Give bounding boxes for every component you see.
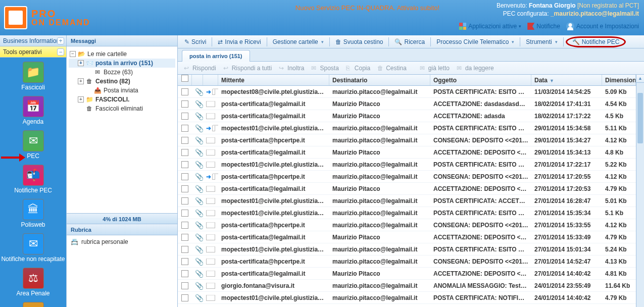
- tree-expand-icon[interactable]: +: [78, 96, 84, 103]
- tool-fascicoli[interactable]: 📁Fascicoli: [0, 62, 66, 91]
- gestione-cartelle-button[interactable]: Gestione cartelle: [269, 37, 327, 47]
- row-checkbox[interactable]: [181, 270, 188, 277]
- col-data[interactable]: Data▼: [531, 75, 602, 85]
- message-row[interactable]: 📎➜mopectest01@civile.ptel.giustiziacert.…: [178, 122, 636, 134]
- folder-cestino[interactable]: + 🗑 Cestino (82): [69, 77, 175, 86]
- attachment-icon[interactable]: 📎: [195, 221, 203, 229]
- strumenti-button[interactable]: Strumenti: [522, 37, 561, 47]
- row-checkbox[interactable]: [181, 234, 188, 241]
- attachment-icon[interactable]: 📎: [195, 270, 203, 278]
- rispondi-button[interactable]: ↩Rispondi: [181, 64, 219, 73]
- tree-expand-icon[interactable]: +: [78, 60, 84, 66]
- message-row[interactable]: 📎posta-certificata@legalmail.itMaurizio …: [178, 110, 636, 122]
- invia-ricevi-button[interactable]: ⇄Invia e Ricevi: [214, 37, 264, 47]
- menu-account[interactable]: Account e Impostazioni: [566, 22, 639, 30]
- row-checkbox[interactable]: [181, 88, 188, 95]
- attachment-icon[interactable]: 📎: [195, 88, 203, 96]
- accordion-business-info[interactable]: Business Information +: [0, 35, 66, 46]
- message-row[interactable]: 📎posta-certificata@hpcertpe.itmaurizio.p…: [178, 255, 636, 268]
- scroll-up-icon[interactable]: ▲: [636, 75, 644, 83]
- sposta-button[interactable]: ✉Sposta: [308, 64, 341, 73]
- message-row[interactable]: 📎mopectest01@civile.ptel.giustiziacert.i…: [178, 243, 636, 255]
- col-dimensioni[interactable]: Dimensioni: [602, 75, 636, 85]
- expand-icon[interactable]: +: [57, 37, 64, 44]
- tool-spese-giustizia[interactable]: 💶Spese Giustizia: [0, 302, 66, 307]
- row-checkbox[interactable]: [181, 210, 188, 217]
- attachment-icon[interactable]: 📎: [195, 294, 203, 302]
- attachment-icon[interactable]: 📎: [195, 233, 203, 241]
- row-checkbox[interactable]: [181, 258, 188, 265]
- row-checkbox[interactable]: [181, 161, 188, 168]
- attachment-icon[interactable]: 📎: [195, 173, 203, 181]
- tool-pec[interactable]: ✉PEC: [0, 130, 66, 160]
- row-checkbox[interactable]: [181, 173, 188, 180]
- col-mittente[interactable]: Mittente: [218, 75, 329, 85]
- tool-polisweb[interactable]: 🏛Polisweb: [0, 199, 66, 228]
- rubrica-personale[interactable]: 📇 rubrica personale: [71, 238, 173, 245]
- gia-letto-button[interactable]: ✉già letto: [417, 64, 453, 73]
- rispondi-tutti-button[interactable]: ↩Rispondi a tutti: [220, 64, 275, 73]
- tool-notifiche-pec[interactable]: 📬Notifiche PEC: [0, 165, 66, 194]
- col-checkbox[interactable]: [178, 75, 192, 85]
- attachment-icon[interactable]: 📎: [195, 112, 203, 120]
- row-checkbox[interactable]: [181, 185, 188, 192]
- not-registered-link[interactable]: [Non registrato al PCT]: [577, 2, 639, 9]
- attachment-icon[interactable]: 📎: [195, 136, 203, 144]
- attachment-icon[interactable]: 📎: [195, 185, 203, 193]
- attachment-icon[interactable]: 📎: [195, 209, 203, 217]
- ricerca-button[interactable]: 🔍Ricerca: [391, 37, 428, 47]
- col-status[interactable]: [203, 75, 218, 85]
- message-row[interactable]: 📎posta-certificata@legalmail.itMaurizio …: [178, 146, 636, 159]
- message-row[interactable]: 📎mopectest01@civile.ptel.giustiziacert.i…: [178, 207, 636, 219]
- accordion-tools[interactable]: Tools operativi −: [0, 46, 66, 58]
- folder-root[interactable]: − 📂 Le mie cartelle: [69, 49, 175, 59]
- tree-expand-icon[interactable]: +: [78, 78, 84, 84]
- row-checkbox[interactable]: [181, 100, 188, 108]
- message-row[interactable]: 📎posta-certificata@hpcertpe.itmaurizio.p…: [178, 134, 636, 146]
- message-list[interactable]: 📎➜mopectest08@civile.ptel.giustiziacert.…: [178, 86, 636, 307]
- attachment-icon[interactable]: 📎: [195, 148, 203, 157]
- message-row[interactable]: 📎➜mopectest08@civile.ptel.giustiziacert.…: [178, 86, 636, 98]
- message-row[interactable]: 📎posta-certificata@legalmail.itMaurizio …: [178, 231, 636, 243]
- message-row[interactable]: 📎posta-certificata@legalmail.itMaurizio …: [178, 268, 636, 280]
- pec-email-link[interactable]: _maurizio.pitacco@legalmail.it: [551, 10, 639, 17]
- message-row[interactable]: 📎posta-certificata@legalmail.itMaurizio …: [178, 98, 636, 110]
- menu-apps[interactable]: Applicazioni attive▾: [459, 23, 521, 30]
- row-checkbox[interactable]: [181, 294, 188, 301]
- copia-button[interactable]: ⎘Copia: [343, 64, 373, 73]
- folder-inbox[interactable]: + 📨 posta in arrivo (151): [69, 59, 175, 68]
- menu-notifiche[interactable]: Notifiche: [527, 23, 560, 30]
- attachment-icon[interactable]: 📎: [195, 282, 203, 290]
- tree-collapse-icon[interactable]: −: [70, 51, 76, 57]
- row-checkbox[interactable]: [181, 197, 188, 204]
- cestina-button[interactable]: 🗑Cestina: [374, 64, 410, 73]
- message-row[interactable]: 📎posta-certificata@hpcertpe.itmaurizio.p…: [178, 219, 636, 231]
- folder-fascicoli[interactable]: + 📁 FASCICOLI.: [69, 95, 175, 104]
- inoltra-button[interactable]: ↪Inoltra: [276, 64, 307, 73]
- row-checkbox[interactable]: [181, 282, 188, 289]
- message-row[interactable]: 📎➜posta-certificata@hpcertpe.itmaurizio.…: [178, 171, 636, 183]
- attachment-icon[interactable]: 📎: [195, 161, 203, 169]
- attachment-icon[interactable]: 📎: [195, 258, 203, 266]
- attachment-icon[interactable]: 📎: [195, 245, 203, 253]
- svuota-cestino-button[interactable]: 🗑Svuota cestino: [332, 37, 387, 47]
- row-checkbox[interactable]: [181, 246, 188, 253]
- attachment-icon[interactable]: 📎: [195, 100, 203, 108]
- da-leggere-button[interactable]: ✉da leggere: [454, 64, 497, 73]
- tool-agenda[interactable]: 📅Agenda: [0, 96, 66, 125]
- tab-inbox[interactable]: posta in arrivo (151): [182, 50, 250, 62]
- folder-fascicoli-eliminati[interactable]: 🗑 Fascicoli eliminati: [69, 104, 175, 113]
- scrivi-button[interactable]: ✎Scrivi: [181, 37, 210, 47]
- tool-area-penale[interactable]: ⚖Area Penale: [0, 268, 66, 297]
- row-checkbox[interactable]: [181, 113, 188, 120]
- folder-posta-inviata[interactable]: 📤 Posta inviata: [69, 86, 175, 95]
- scrollbar-vertical[interactable]: ▲: [636, 75, 644, 307]
- message-row[interactable]: 📎giorgio.fontana@visura.itmaurizio.pitac…: [178, 280, 636, 292]
- col-destinatario[interactable]: Destinatario: [329, 75, 430, 85]
- row-checkbox[interactable]: [181, 137, 188, 144]
- row-checkbox[interactable]: [181, 125, 188, 132]
- col-attachment[interactable]: [192, 75, 203, 85]
- attachment-icon[interactable]: 📎: [195, 197, 203, 205]
- message-row[interactable]: 📎mopectest01@civile.ptel.giustiziacert.i…: [178, 292, 636, 304]
- message-row[interactable]: 📎mopectest01@civile.ptel.giustiziacert.i…: [178, 195, 636, 207]
